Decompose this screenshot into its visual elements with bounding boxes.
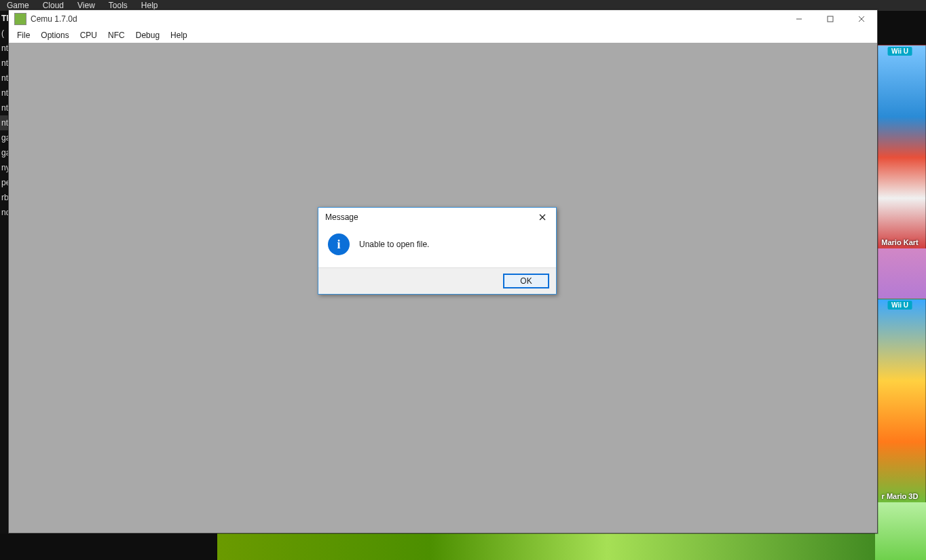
bg-menu-view[interactable]: View (71, 1, 102, 10)
wiiu-badge-icon: Wii U (887, 47, 912, 56)
dialog-close-button[interactable] (529, 208, 556, 227)
background-art-strip (217, 534, 926, 560)
close-icon (858, 16, 865, 22)
game-tile-label: Mario Kart (874, 238, 925, 246)
background-art-gap (875, 248, 926, 299)
message-dialog: Message i Unable to open file. OK (318, 207, 557, 295)
close-icon (539, 214, 546, 221)
cemu-titlebar[interactable]: Cemu 1.7.0d (9, 10, 877, 28)
background-art-bottom (875, 502, 926, 560)
dialog-footer: OK (318, 267, 556, 294)
cemu-app-icon (14, 13, 26, 25)
wiiu-badge-icon: Wii U (887, 301, 912, 310)
dialog-body: i Unable to open file. (318, 227, 556, 267)
game-tile-mario-kart[interactable]: Wii U Mario Kart (874, 45, 926, 250)
svg-rect-1 (828, 16, 833, 22)
game-tile-label: r Mario 3D (874, 492, 925, 500)
menu-cpu[interactable]: CPU (75, 31, 103, 40)
cemu-menubar: File Options CPU NFC Debug Help (9, 28, 877, 43)
bg-menu-game[interactable]: Game (0, 1, 36, 10)
dialog-message: Unable to open file. (359, 240, 429, 249)
ok-button[interactable]: OK (503, 274, 549, 288)
bg-menu-help[interactable]: Help (134, 1, 165, 10)
minimize-button[interactable] (783, 10, 815, 28)
maximize-button[interactable] (815, 10, 846, 28)
menu-options[interactable]: Options (35, 31, 74, 40)
cemu-window-title: Cemu 1.7.0d (31, 14, 77, 24)
menu-help[interactable]: Help (165, 31, 193, 40)
minimize-icon (796, 16, 802, 22)
menu-debug[interactable]: Debug (130, 31, 165, 40)
menu-file[interactable]: File (12, 31, 35, 40)
maximize-icon (827, 16, 834, 22)
bg-menu-tools[interactable]: Tools (102, 1, 134, 10)
dialog-title: Message (325, 212, 358, 222)
bg-menu-cloud[interactable]: Cloud (36, 1, 71, 10)
close-button[interactable] (846, 10, 877, 28)
game-tile-mario-3d[interactable]: Wii U r Mario 3D (874, 299, 926, 504)
dialog-titlebar[interactable]: Message (318, 208, 556, 227)
menu-nfc[interactable]: NFC (103, 31, 130, 40)
info-icon: i (328, 234, 350, 255)
